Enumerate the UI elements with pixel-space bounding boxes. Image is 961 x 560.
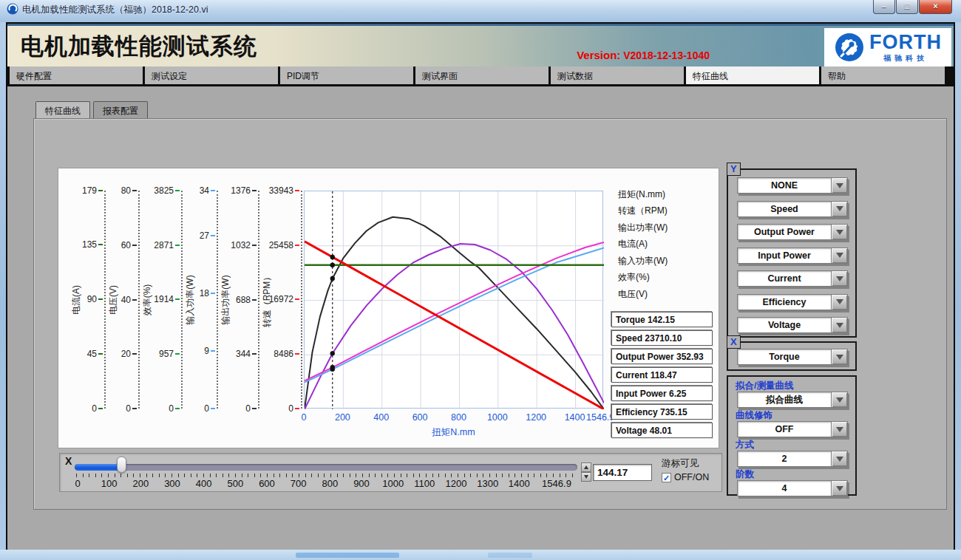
- spinner-up-button[interactable]: [581, 462, 591, 472]
- plot-svg: [305, 191, 604, 409]
- axis-tick-label: 20: [106, 349, 137, 359]
- application-window: 电机加载性能测试系统（福驰）2018-12-20.vi – □ × 电机加载性能…: [0, 0, 961, 560]
- cursor-marker: [330, 276, 335, 281]
- tab-help[interactable]: 帮助: [821, 66, 945, 84]
- dropdown-order[interactable]: 4: [737, 480, 848, 496]
- chevron-down-icon: [836, 457, 843, 462]
- minimize-button[interactable]: –: [873, 0, 895, 14]
- subtab-report-config[interactable]: 报表配置: [93, 101, 148, 118]
- y-select-current[interactable]: Current: [737, 270, 848, 287]
- y-select-input-power[interactable]: Input Power: [737, 247, 848, 264]
- x-tick-label: 600: [412, 412, 428, 423]
- y-select-output-power[interactable]: Output Power: [737, 224, 848, 240]
- dropdown-button[interactable]: [832, 247, 848, 264]
- axis-tick-label: 135: [69, 239, 103, 250]
- dropdown-value: Output Power: [737, 224, 832, 240]
- dropdown-button[interactable]: [832, 451, 848, 467]
- dropdown-button[interactable]: [832, 201, 848, 217]
- fit-label-order: 阶数: [736, 468, 754, 481]
- y-axis-input-power: 输入功率(W)34271890: [183, 191, 218, 409]
- gauge-icon: [834, 32, 865, 63]
- chevron-down-icon: [836, 299, 843, 304]
- y-axis-efficiency: 效率(%)3825287119149570: [140, 191, 183, 409]
- dropdown-button[interactable]: [832, 294, 848, 310]
- axis-tick-label: 2871: [140, 240, 180, 250]
- company-logo: FORTH 福驰科技: [824, 28, 951, 66]
- readout-torque: Torque 142.15: [611, 312, 713, 327]
- window-title: 电机加载性能测试系统（福驰）2018-12-20.vi: [22, 4, 208, 16]
- chevron-down-icon: [836, 397, 843, 403]
- dropdown-button[interactable]: [832, 270, 848, 287]
- cursor-marker: [330, 263, 335, 267]
- cursor-visible-checkbox[interactable]: ✓: [662, 473, 671, 482]
- version-text: Version: V2018-12-13-1040: [577, 49, 710, 61]
- axis-tick-label: 90: [69, 294, 103, 304]
- slider-tick-label: 600: [259, 478, 275, 489]
- tab-test-ui[interactable]: 测试界面: [415, 66, 549, 84]
- dropdown-curve-decoration[interactable]: OFF: [737, 421, 848, 437]
- close-button[interactable]: ×: [919, 0, 952, 14]
- y-select-voltage[interactable]: Voltage: [737, 317, 848, 333]
- tab-test-setup[interactable]: 测试设定: [145, 66, 278, 84]
- x-axis-ticks: 02004006008001000120014001546.9: [304, 412, 614, 424]
- dropdown-value: Voltage: [737, 317, 832, 333]
- y-select-speed[interactable]: Speed: [737, 201, 848, 217]
- chevron-down-icon: [836, 276, 843, 281]
- dropdown-value: Speed: [737, 201, 832, 217]
- axis-minor-ticks: [301, 191, 302, 409]
- slider-fill: [75, 464, 121, 471]
- dropdown-method[interactable]: 2: [737, 451, 848, 467]
- chevron-down-icon: [836, 183, 843, 188]
- subtab-characteristic-curve[interactable]: 特征曲线: [35, 101, 90, 118]
- slider-thumb[interactable]: [117, 457, 126, 473]
- spinner-down-button[interactable]: [581, 472, 591, 482]
- dropdown-fit-measure-curve[interactable]: 拟合曲线: [737, 392, 848, 408]
- axis-tick-label: 3825: [140, 185, 180, 196]
- value-spinner: [581, 462, 591, 482]
- axis-tick-label: 80: [106, 185, 137, 196]
- window-bottom-border: [0, 550, 961, 560]
- slider-tick-label: 200: [132, 478, 149, 489]
- dropdown-button[interactable]: [832, 480, 848, 496]
- fit-label-method: 方式: [736, 439, 754, 451]
- legend-label: 输出功率(W): [618, 222, 668, 234]
- dropdown-button[interactable]: [832, 224, 848, 240]
- legend-label: 电压(V): [618, 288, 648, 301]
- dropdown-button[interactable]: [832, 317, 848, 333]
- y-select-none[interactable]: NONE: [737, 177, 848, 194]
- cursor-onoff-row: ✓ OFF/ON: [662, 472, 709, 482]
- x-tick-label: 800: [451, 412, 466, 423]
- tab-pid-tuning[interactable]: PID调节: [280, 66, 413, 84]
- legend-label: 输入功率(W): [618, 255, 668, 267]
- tab-characteristic-curve[interactable]: 特征曲线: [686, 66, 819, 84]
- series-输入功率(W): [305, 247, 604, 382]
- onoff-label: OFF/ON: [674, 472, 709, 482]
- dropdown-button[interactable]: [832, 392, 848, 408]
- sub-tab-bar: 特征曲线报表配置: [35, 101, 148, 118]
- axis-tick-label: 45: [69, 349, 103, 359]
- tab-test-data[interactable]: 测试数据: [551, 66, 684, 84]
- dropdown-button[interactable]: [832, 177, 848, 194]
- app-frame: 电机加载性能测试系统 Version: V2018-12-13-1040 FOR…: [6, 22, 955, 550]
- y-select-efficiency[interactable]: Efficiency: [737, 294, 848, 310]
- y-axis-voltage: 电压(V)806040200: [106, 191, 140, 409]
- maximize-button[interactable]: □: [896, 0, 918, 14]
- content-area: 特征曲线报表配置 电流(A)17913590450电压(V)806040200效…: [7, 86, 954, 550]
- slider-tick-label: 1200: [446, 478, 467, 489]
- axis-tick-label: 16972: [259, 294, 299, 304]
- slider-tick-label: 1100: [414, 478, 435, 489]
- plot-area[interactable]: [304, 191, 603, 409]
- dropdown-button[interactable]: [832, 349, 848, 365]
- glass-reflection: [296, 553, 399, 558]
- dropdown-button[interactable]: [832, 421, 848, 437]
- x-tick-label: 1400: [565, 412, 585, 423]
- slider-track[interactable]: [75, 464, 577, 471]
- x-select-torque[interactable]: Torque: [737, 349, 848, 365]
- readout-input-power: Input Power 6.25: [611, 386, 713, 401]
- x-tick-label: 200: [335, 412, 350, 423]
- cursor-x-value[interactable]: 144.17: [593, 464, 652, 481]
- tab-hardware-config[interactable]: 硬件配置: [10, 66, 143, 84]
- cursor-visible-label: 游标可见: [662, 457, 699, 470]
- title-bar[interactable]: 电机加载性能测试系统（福驰）2018-12-20.vi – □ ×: [0, 0, 961, 22]
- legend-label: 电流(A): [618, 238, 648, 250]
